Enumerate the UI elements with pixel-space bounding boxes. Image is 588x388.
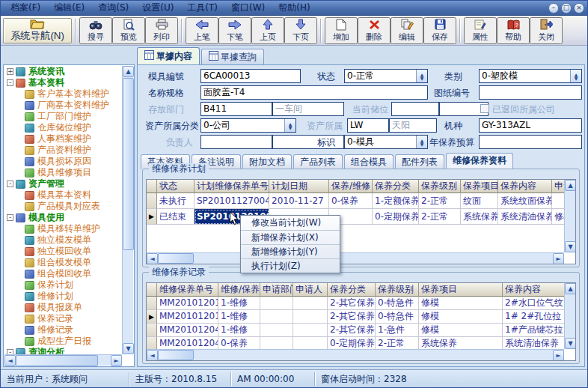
record-vertical-scrollbar[interactable]: ▲ ▼ [564, 283, 575, 349]
context-menu-item-4[interactable]: 执行计划(Z) [241, 258, 340, 273]
sidebar-item[interactable]: 保养计划 [4, 279, 122, 291]
name-spec-field[interactable]: 面胶盖-T4 [200, 85, 428, 100]
sidebar-item[interactable]: 维修记录 [4, 324, 122, 336]
toolbar-button-arrow-up[interactable]: 上页 [251, 17, 284, 44]
table-row[interactable]: MM2010120400031-维修2-其它保养1-急件修模1#产品键芯拉 [147, 324, 564, 337]
column-header[interactable]: 保养内容 [498, 180, 552, 193]
table-row[interactable]: ▶已结束SP201012010010-定期保养2-正常系统保养系统清油保养修模 [147, 209, 564, 225]
sidebar-item[interactable]: 独立模回收单 [4, 246, 122, 257]
column-header[interactable]: 计划日期 [269, 180, 329, 193]
column-header[interactable]: 保养/维修 [329, 180, 373, 193]
tab-维修保养资料[interactable]: 维修保养资料 [446, 153, 513, 169]
sidebar-item[interactable]: 人事档案维护 [4, 133, 122, 145]
table-cell[interactable]: 未执行 [157, 193, 195, 209]
table-cell[interactable]: 修模 [419, 297, 503, 310]
table-cell[interactable]: 系统清油保养 [498, 209, 552, 225]
restore-button[interactable]: □ [561, 3, 572, 13]
table-row[interactable]: MM2010120400090-保养0-定期保养2-正常系统保养系统清油保养 [147, 337, 564, 349]
table-cell[interactable] [260, 297, 293, 310]
tab-产品列表[interactable]: 产品列表 [293, 154, 343, 169]
menu-item-1[interactable]: 档案(F) [4, 0, 47, 16]
toolbar-button-properties[interactable]: 属性 [464, 17, 497, 44]
table-cell[interactable]: 1-维修 [218, 297, 260, 310]
sidebar-item[interactable]: 保养记录 [4, 313, 122, 324]
table-cell[interactable] [260, 337, 293, 349]
mold-no-field[interactable]: 6CA00013 [200, 69, 301, 83]
table-cell[interactable]: 0-定期保养 [373, 209, 419, 225]
context-menu-item-1[interactable]: 修改当前计划(W) [241, 216, 340, 230]
table-cell[interactable]: 1-维修 [218, 310, 260, 324]
table-cell[interactable]: 1#产品键芯拉 [503, 324, 564, 337]
table-cell[interactable]: 修模 [419, 324, 503, 337]
sidebar-item[interactable]: 模具维修项目 [4, 167, 122, 178]
manager-code-field[interactable] [200, 135, 272, 149]
doc-tab-1[interactable]: 單據内容 [137, 47, 200, 64]
table-cell[interactable]: 纹面 [461, 193, 498, 209]
tree-expander-icon[interactable]: - [7, 214, 13, 221]
row-selector[interactable] [147, 297, 157, 310]
context-menu-item-3[interactable]: 新增维修计划(Y) [241, 244, 340, 258]
table-cell[interactable] [293, 337, 328, 349]
category-select[interactable]: 0-塑胶模 ▲▼ [479, 69, 582, 83]
scroll-up-icon[interactable]: ▲ [123, 66, 134, 77]
column-header[interactable]: 保养分类 [373, 180, 419, 193]
table-cell[interactable]: 2-其它保养 [328, 297, 376, 310]
row-selector[interactable] [147, 193, 157, 209]
table-cell[interactable]: 2-正常 [419, 193, 461, 209]
table-cell[interactable]: 0-保养 [329, 193, 373, 209]
sidebar-item[interactable]: -模具使用 [4, 212, 122, 223]
column-header[interactable]: 保养内容 [503, 283, 564, 297]
table-cell[interactable]: 2010-11-27 [269, 193, 329, 209]
table-cell[interactable]: 1-定额保养 [373, 193, 419, 209]
returned-checkbox[interactable] [480, 104, 489, 113]
asset-owner-name-field[interactable]: 天阳 [389, 118, 437, 133]
toolbar-button-arrow-left[interactable]: 上笔 [186, 17, 218, 44]
tree-vertical-scrollbar[interactable]: ▲ ▼ [122, 66, 133, 354]
table-cell[interactable]: 2#水口位气纹 [503, 297, 564, 310]
menu-item-7[interactable]: 帮助(H) [272, 0, 316, 16]
column-header[interactable]: 计划维修保养单号 [195, 180, 269, 193]
current-slot-code-field[interactable] [391, 102, 439, 116]
table-cell[interactable]: MM201012040009 [157, 337, 218, 349]
sidebar-item[interactable]: 产品资料维护 [4, 145, 122, 156]
asset-class-select[interactable]: 0-公司 ▲▼ [200, 118, 296, 133]
sidebar-item[interactable]: 模具移转单维护 [4, 223, 122, 234]
column-header[interactable]: 维修/保养 [218, 283, 260, 297]
tab-组合模具[interactable]: 组合模具 [344, 154, 393, 169]
table-cell[interactable] [552, 193, 564, 209]
table-cell[interactable]: 0-定期保养 [328, 337, 376, 349]
table-cell[interactable]: 2-正常 [419, 209, 461, 225]
table-cell[interactable]: 系统保养 [461, 209, 498, 225]
table-cell[interactable]: 修模 [552, 209, 564, 225]
tree-expander-icon[interactable]: - [7, 181, 13, 187]
tree-expander-icon[interactable]: - [7, 79, 13, 86]
menu-item-6[interactable]: 窗口(W) [224, 0, 272, 16]
table-cell[interactable]: 1-急件 [376, 324, 419, 337]
table-cell[interactable]: 0-特急件 [376, 297, 419, 310]
asset-owner-code-field[interactable]: LW [347, 118, 389, 133]
table-cell[interactable]: 2-其它保养 [328, 310, 376, 324]
column-header[interactable]: 保养分类 [328, 283, 376, 297]
toolbar-button-printer[interactable]: 列印 [145, 17, 178, 44]
toolbar-button-delete-x[interactable]: 删除 [358, 17, 391, 44]
sidebar-item[interactable]: 仓库储位维护 [4, 122, 122, 133]
sidebar-item[interactable]: 成型生产日报 [4, 336, 122, 347]
table-cell[interactable]: 1-维修 [218, 324, 260, 337]
scroll-thumb[interactable] [16, 355, 98, 366]
scroll-up-icon[interactable]: ▲ [565, 283, 576, 294]
table-cell[interactable] [260, 324, 293, 337]
table-cell[interactable]: 0-特急件 [376, 310, 419, 324]
spinner-icon[interactable]: ▲▼ [284, 119, 295, 132]
budget-field[interactable] [479, 135, 582, 149]
sidebar-item[interactable]: 产品模具对应表 [4, 201, 122, 212]
table-row[interactable]: 未执行SP2010112700412010-11-270-保养1-定额保养2-正… [147, 193, 564, 209]
column-header[interactable]: 维修保养单号 [157, 283, 218, 297]
column-header[interactable]: 状态 [157, 180, 195, 193]
tab-配件列表[interactable]: 配件列表 [395, 154, 444, 169]
row-selector[interactable]: ▶ [147, 209, 157, 225]
menu-item-2[interactable]: 编辑(E) [47, 0, 91, 16]
table-cell[interactable]: 系统清油保养 [503, 337, 564, 349]
table-cell[interactable]: 系统纹面保养 [498, 193, 552, 209]
tree-expander-icon[interactable]: + [7, 68, 13, 75]
tab-附加文档[interactable]: 附加文档 [242, 154, 292, 169]
